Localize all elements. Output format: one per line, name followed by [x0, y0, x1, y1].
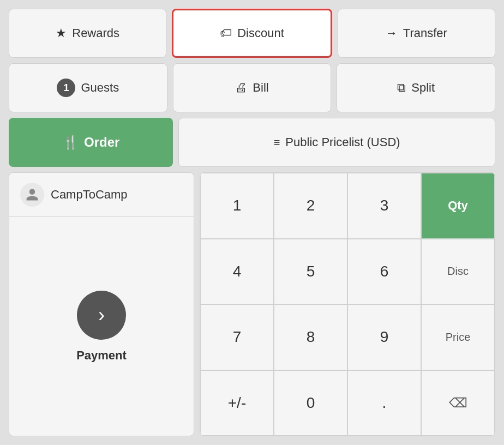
numpad-8[interactable]: 8 [274, 304, 347, 370]
avatar [20, 183, 44, 207]
tag-icon: 🏷 [220, 26, 232, 40]
numpad-qty[interactable]: Qty [421, 173, 495, 239]
chevron-right-icon: › [98, 304, 105, 327]
split-button[interactable]: ⧉ Split [337, 63, 495, 112]
numpad-4[interactable]: 4 [200, 239, 274, 305]
order-button[interactable]: 🍴 Order [9, 118, 173, 167]
transfer-button[interactable]: → Transfer [338, 9, 495, 58]
customer-name: CampToCamp [51, 188, 128, 202]
action-row-2: 1 Guests 🖨 Bill ⧉ Split [9, 63, 495, 112]
numpad-7[interactable]: 7 [200, 304, 274, 370]
bill-label: Bill [253, 81, 268, 95]
discount-label: Discount [237, 26, 284, 40]
numpad-2[interactable]: 2 [274, 173, 347, 239]
payment-area: › Payment [9, 217, 194, 436]
numpad-1[interactable]: 1 [200, 173, 274, 239]
numpad-price[interactable]: Price [421, 304, 495, 370]
arrow-icon: → [386, 26, 398, 40]
action-row-1: ★ Rewards 🏷 Discount → Transfer [9, 9, 495, 58]
numpad-9[interactable]: 9 [347, 304, 421, 370]
star-icon: ★ [56, 26, 67, 40]
guests-label: Guests [81, 81, 119, 95]
numpad-plusminus[interactable]: +/- [200, 370, 274, 436]
list-icon: ≡ [274, 136, 280, 149]
numpad-3[interactable]: 3 [347, 173, 421, 239]
payment-label: Payment [76, 348, 127, 363]
discount-button[interactable]: 🏷 Discount [172, 9, 332, 58]
numpad-disc[interactable]: Disc [421, 239, 495, 305]
numpad-dot[interactable]: . [347, 370, 421, 436]
fork-knife-icon: 🍴 [62, 135, 79, 150]
order-label: Order [84, 135, 119, 150]
transfer-label: Transfer [403, 26, 447, 40]
numpad-5[interactable]: 5 [274, 239, 347, 305]
guests-button[interactable]: 1 Guests [9, 63, 167, 112]
bill-button[interactable]: 🖨 Bill [173, 63, 332, 112]
guests-badge: 1 [57, 79, 75, 97]
split-icon: ⧉ [397, 81, 406, 95]
split-label: Split [411, 81, 435, 95]
numpad-section: CampToCamp › Payment 1 2 3 Qty 4 5 6 Dis… [9, 172, 495, 436]
numpad-backspace[interactable]: ⌫ [421, 370, 495, 436]
payment-circle-button[interactable]: › [77, 291, 126, 340]
customer-row: CampToCamp [9, 173, 194, 217]
action-row-3: 🍴 Order ≡ Public Pricelist (USD) [9, 118, 495, 167]
numpad-6[interactable]: 6 [347, 239, 421, 305]
left-panel: CampToCamp › Payment [9, 172, 194, 436]
numpad-grid: 1 2 3 Qty 4 5 6 Disc 7 8 9 Price +/- 0 .… [200, 172, 495, 436]
pricelist-label: Public Pricelist (USD) [285, 135, 400, 149]
printer-icon: 🖨 [235, 81, 247, 95]
pos-container: ★ Rewards 🏷 Discount → Transfer 1 Guests… [0, 0, 504, 445]
pricelist-button[interactable]: ≡ Public Pricelist (USD) [178, 118, 495, 167]
rewards-button[interactable]: ★ Rewards [9, 9, 166, 58]
numpad-0[interactable]: 0 [274, 370, 347, 436]
rewards-label: Rewards [72, 26, 119, 40]
